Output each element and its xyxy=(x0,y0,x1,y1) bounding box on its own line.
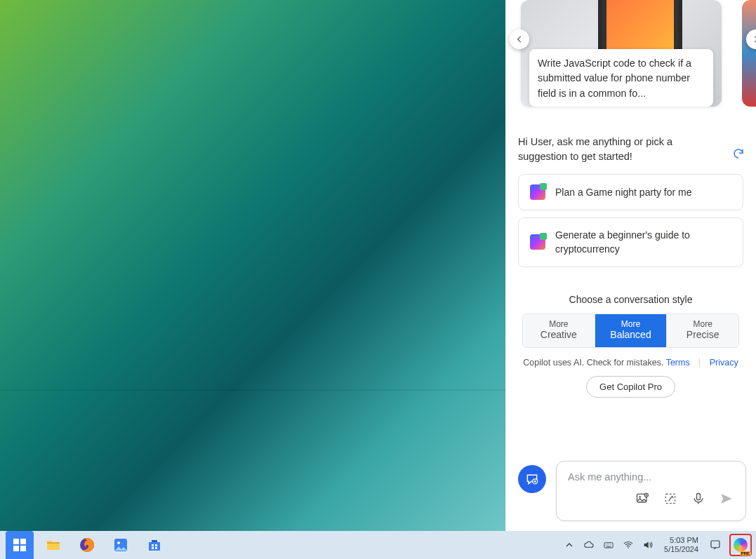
taskbar-pinned-apps xyxy=(0,531,168,559)
microphone-icon xyxy=(691,492,705,506)
svg-point-13 xyxy=(117,541,120,544)
tray-date: 5/15/2024 xyxy=(664,545,698,554)
speech-bubble-icon xyxy=(709,539,722,551)
svg-rect-10 xyxy=(47,542,60,544)
copilot-icon xyxy=(734,538,748,552)
carousel-card-next-peek[interactable] xyxy=(742,0,756,107)
svg-point-19 xyxy=(628,547,629,548)
chevron-left-icon xyxy=(515,34,524,44)
photos-icon xyxy=(112,537,129,553)
copilot-footer: Copilot uses AI. Check for mistakes. Ter… xyxy=(505,348,756,398)
style-line1: More xyxy=(621,320,640,329)
style-line2: Balanced xyxy=(610,329,651,341)
taskbar-file-explorer[interactable] xyxy=(39,534,67,556)
taskbar-firefox[interactable] xyxy=(73,534,101,556)
svg-rect-5 xyxy=(697,494,701,500)
suggestion-item-crypto-guide[interactable]: Generate a beginner's guide to cryptocur… xyxy=(518,217,743,267)
tray-input-indicator[interactable] xyxy=(601,531,616,559)
suggestion-item-game-night[interactable]: Plan a Game night party for me xyxy=(518,174,743,210)
suggestion-label: Plan a Game night party for me xyxy=(555,185,731,199)
folder-icon xyxy=(45,537,62,553)
tray-time: 5:03 PM xyxy=(670,536,698,545)
microphone-button[interactable] xyxy=(687,487,710,511)
tray-show-hidden[interactable] xyxy=(562,531,577,559)
wifi-icon xyxy=(623,539,634,551)
screenshot-button[interactable] xyxy=(658,487,682,511)
sparkle-icon xyxy=(530,234,545,250)
chat-tools xyxy=(557,485,745,516)
style-option-creative[interactable]: More Creative xyxy=(523,314,595,347)
taskbar-start-button[interactable] xyxy=(6,531,34,559)
taskbar-photos[interactable] xyxy=(107,534,135,556)
greeting-row: Hi User, ask me anything or pick a sugge… xyxy=(505,112,756,168)
taskbar-microsoft-store[interactable] xyxy=(140,534,168,556)
windows-icon xyxy=(11,537,28,553)
svg-rect-9 xyxy=(20,546,26,551)
suggestion-label: Generate a beginner's guide to cryptocur… xyxy=(555,228,731,257)
style-option-precise[interactable]: More Precise xyxy=(666,314,738,347)
chat-input-row xyxy=(505,454,756,531)
greeting-text: Hi User, ask me anything or pick a sugge… xyxy=(518,135,701,164)
svg-rect-8 xyxy=(13,546,19,551)
firefox-icon xyxy=(79,537,95,553)
carousel-prev-button[interactable] xyxy=(510,29,529,49)
carousel-card[interactable]: Write JavaScript code to check if a subm… xyxy=(521,0,722,107)
refresh-icon xyxy=(732,147,745,160)
chat-input[interactable] xyxy=(557,462,745,485)
divider xyxy=(699,358,700,367)
tray-clock[interactable]: 5:03 PM 5/15/2024 xyxy=(660,536,703,553)
svg-rect-7 xyxy=(20,539,26,544)
conversation-style-label: Choose a conversation style xyxy=(522,294,739,305)
svg-rect-14 xyxy=(152,544,154,546)
store-icon xyxy=(146,537,163,553)
new-topic-button[interactable] xyxy=(518,465,546,493)
tray-notifications[interactable] xyxy=(707,531,724,559)
sparkle-icon xyxy=(530,184,545,200)
suggestion-carousel: Write JavaScript code to check if a subm… xyxy=(505,0,756,112)
screenshot-icon xyxy=(663,492,677,506)
svg-rect-6 xyxy=(13,539,19,544)
style-line2: Precise xyxy=(687,329,719,341)
taskbar: 5:03 PM 5/15/2024 PRE xyxy=(0,531,756,559)
disclaimer-text: Copilot uses AI. Check for mistakes. xyxy=(523,358,663,368)
privacy-link[interactable]: Privacy xyxy=(710,358,738,368)
style-line1: More xyxy=(549,320,568,329)
style-line2: Creative xyxy=(541,329,577,341)
copilot-panel: Write JavaScript code to check if a subm… xyxy=(505,0,756,531)
keyboard-icon xyxy=(603,539,614,551)
add-image-button[interactable] xyxy=(630,487,654,511)
style-line1: More xyxy=(694,320,712,329)
cloud-icon xyxy=(583,539,595,551)
send-button[interactable] xyxy=(715,487,738,511)
tray-onedrive[interactable] xyxy=(581,531,597,559)
svg-rect-20 xyxy=(711,541,719,548)
tray-copilot-button[interactable]: PRE xyxy=(729,534,752,556)
svg-rect-16 xyxy=(152,547,154,549)
refresh-suggestions-button[interactable] xyxy=(731,146,746,161)
chevron-right-icon xyxy=(751,34,756,44)
desktop-wallpaper[interactable] xyxy=(0,0,505,531)
style-option-balanced[interactable]: More Balanced xyxy=(595,314,667,347)
svg-rect-15 xyxy=(155,544,157,546)
suggestion-list: Plan a Game night party for me Generate … xyxy=(505,168,756,274)
svg-point-2 xyxy=(639,496,641,498)
chat-input-box xyxy=(556,461,746,521)
svg-rect-17 xyxy=(155,547,157,549)
chevron-up-icon xyxy=(564,539,575,551)
chat-plus-icon xyxy=(525,472,539,486)
image-add-icon xyxy=(635,492,649,506)
tray-volume[interactable] xyxy=(640,531,656,559)
get-copilot-pro-button[interactable]: Get Copilot Pro xyxy=(586,376,675,398)
speaker-icon xyxy=(642,539,654,551)
carousel-card-text: Write JavaScript code to check if a subm… xyxy=(529,49,713,107)
conversation-style-segmented: More Creative More Balanced More Precise xyxy=(522,314,739,348)
system-tray: 5:03 PM 5/15/2024 PRE xyxy=(562,531,756,559)
send-icon xyxy=(719,492,734,506)
tray-network[interactable] xyxy=(621,531,636,559)
conversation-style-block: Choose a conversation style More Creativ… xyxy=(505,274,756,348)
copilot-pre-badge: PRE xyxy=(740,551,751,555)
terms-link[interactable]: Terms xyxy=(666,358,690,368)
